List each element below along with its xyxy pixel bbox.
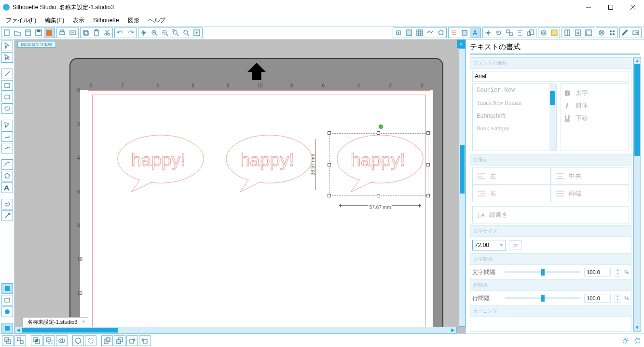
resize-handle[interactable]: [328, 131, 331, 135]
knife-tool-icon[interactable]: [1, 210, 13, 221]
settings-icon[interactable]: [621, 336, 630, 345]
library-view-icon[interactable]: [1, 295, 13, 305]
panel-scrollbar[interactable]: ▲ ▼: [633, 57, 641, 332]
font-input[interactable]: [472, 71, 629, 82]
pan-icon[interactable]: [138, 28, 149, 38]
forward-icon[interactable]: [126, 335, 138, 346]
menu-shape[interactable]: 図形: [124, 15, 143, 26]
line-spacing-stepper[interactable]: ▲▼: [615, 294, 620, 303]
font-size-unit[interactable]: pt: [509, 240, 522, 250]
bold-button[interactable]: B太字: [563, 87, 627, 99]
knife-icon[interactable]: [620, 28, 630, 38]
ungroup-icon[interactable]: [14, 335, 26, 346]
reg-marks-icon[interactable]: [393, 28, 404, 38]
font-item[interactable]: Times New Roman: [473, 97, 556, 110]
scale-icon[interactable]: [525, 28, 536, 38]
copy-icon[interactable]: [81, 28, 91, 38]
save-icon[interactable]: [33, 28, 44, 38]
send-view-icon[interactable]: [1, 323, 13, 333]
align-icon[interactable]: [515, 28, 525, 38]
char-spacing-stepper[interactable]: ▲▼: [615, 268, 620, 277]
hscrollbar[interactable]: ◀ ▶: [14, 327, 457, 333]
redo-icon[interactable]: [125, 28, 136, 38]
open-icon[interactable]: [12, 28, 23, 38]
rotate-handle[interactable]: [379, 125, 383, 129]
object-3d-icon[interactable]: [72, 335, 84, 346]
line-spacing-input[interactable]: [584, 294, 611, 303]
fill-color-icon[interactable]: [459, 28, 470, 38]
send-back-icon[interactable]: [114, 335, 125, 346]
send-cut-icon[interactable]: [630, 28, 641, 38]
regpoly-tool-icon[interactable]: [1, 171, 13, 181]
offset-icon[interactable]: [538, 28, 549, 38]
resize-handle[interactable]: [426, 131, 430, 135]
scroll-thumb[interactable]: [634, 64, 640, 156]
rrect-tool-icon[interactable]: [1, 92, 13, 102]
resize-handle[interactable]: [426, 163, 430, 167]
store-view-icon[interactable]: [1, 306, 13, 317]
curve-tool-icon[interactable]: [1, 131, 13, 142]
sync-icon[interactable]: [633, 336, 642, 345]
resize-handle[interactable]: [377, 194, 380, 197]
align-right-button[interactable]: 右: [472, 185, 551, 202]
align-center-button[interactable]: 中央: [551, 167, 630, 185]
close-tab-icon[interactable]: ×: [82, 319, 85, 324]
speech-bubble[interactable]: happy!: [112, 134, 209, 193]
underline-button[interactable]: U下線: [563, 112, 627, 125]
zoom-drag-icon[interactable]: [181, 28, 192, 38]
print-icon[interactable]: [57, 28, 68, 38]
arc-tool-icon[interactable]: [1, 159, 13, 170]
paste-icon[interactable]: [91, 28, 102, 38]
backward-icon[interactable]: [139, 335, 151, 346]
compound-release-icon[interactable]: [43, 335, 55, 346]
fit-icon[interactable]: [192, 28, 202, 38]
save-library-icon[interactable]: [44, 28, 55, 38]
resize-handle[interactable]: [377, 131, 380, 135]
rect-tool-icon[interactable]: [1, 80, 13, 91]
menu-file[interactable]: ファイル(F): [2, 15, 40, 26]
zoom-out-icon[interactable]: [160, 28, 170, 38]
resize-handle[interactable]: [328, 163, 331, 167]
bring-front-icon[interactable]: [101, 335, 113, 346]
ellipse-tool-icon[interactable]: [1, 103, 13, 114]
replicate-icon[interactable]: [504, 28, 515, 38]
design-view-icon[interactable]: [1, 283, 13, 294]
canvas[interactable]: DESIGN VIEW » 02 46 810 86 42 0 happy!: [14, 40, 466, 333]
blade-icon[interactable]: [573, 28, 583, 38]
rotate-icon[interactable]: [493, 28, 504, 38]
weld-icon[interactable]: [56, 335, 68, 346]
font-item[interactable]: Bahnschrift: [473, 110, 556, 122]
scroll-left-icon[interactable]: ◀: [15, 327, 22, 333]
menu-help[interactable]: ヘルプ: [144, 15, 169, 26]
object-outline-icon[interactable]: [85, 335, 96, 346]
cut-icon[interactable]: [102, 28, 112, 38]
vertical-text-button[interactable]: A縦書き: [472, 206, 629, 223]
compound-make-icon[interactable]: [31, 335, 42, 346]
zoom-sel-icon[interactable]: [170, 28, 181, 38]
library-icon[interactable]: [23, 28, 33, 38]
line-tool-icon[interactable]: [1, 69, 13, 79]
vscrollbar[interactable]: [459, 48, 466, 327]
font-size-input[interactable]: 72.00▼: [472, 240, 506, 250]
char-spacing-input[interactable]: [584, 268, 611, 277]
char-spacing-slider[interactable]: [505, 271, 580, 273]
send-icon[interactable]: [68, 28, 78, 38]
font-list-scrollbar[interactable]: [549, 84, 556, 151]
menu-silhouette[interactable]: Silhouette: [89, 16, 123, 25]
line-color-icon[interactable]: [449, 28, 459, 38]
font-item[interactable]: Courier New: [473, 84, 556, 97]
group-icon[interactable]: [2, 335, 14, 346]
sketch-icon[interactable]: [596, 28, 607, 38]
selection-box[interactable]: 57.67 mm 38.97 mm: [325, 128, 433, 203]
maximize-button[interactable]: [600, 0, 622, 14]
font-list[interactable]: Arial Courier New Times New Roman Bahnsc…: [472, 83, 557, 151]
undo-icon[interactable]: [115, 28, 125, 38]
text-style-icon[interactable]: A: [470, 28, 480, 38]
align-left-button[interactable]: 左: [472, 167, 551, 185]
line-spacing-slider[interactable]: [505, 297, 580, 299]
shape-icon[interactable]: [436, 28, 446, 38]
rhinestone-icon[interactable]: [607, 28, 617, 38]
freehand-tool-icon[interactable]: [1, 143, 13, 153]
edit-points-icon[interactable]: [1, 52, 13, 63]
collapse-panel-icon[interactable]: »: [457, 40, 466, 48]
